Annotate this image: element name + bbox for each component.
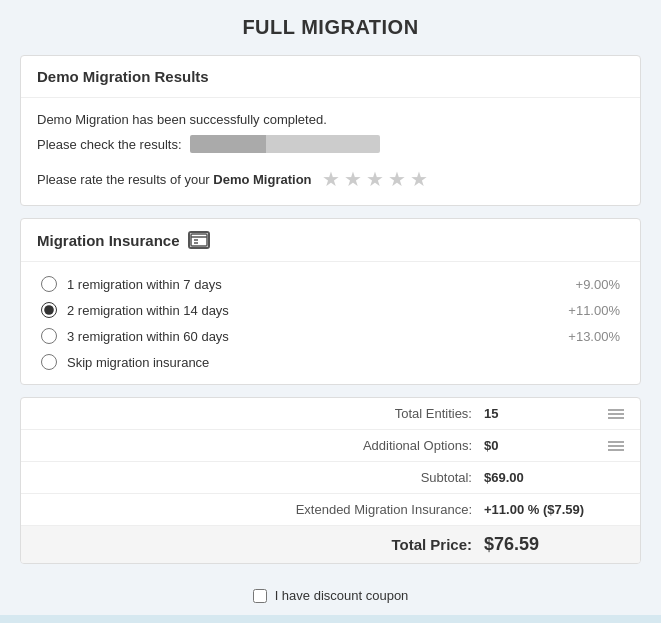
insurance-option-1-label: 1 remigration within 7 days xyxy=(67,277,566,292)
demo-results-body: Demo Migration has been successfully com… xyxy=(21,98,640,205)
insurance-value: +11.00 % ($7.59) xyxy=(484,502,604,517)
migration-insurance-card: Migration Insurance 1 remigration within… xyxy=(20,218,641,385)
entities-icon xyxy=(604,409,624,419)
demo-results-card: Demo Migration Results Demo Migration ha… xyxy=(20,55,641,206)
insurance-option-4-label: Skip migration insurance xyxy=(67,355,620,370)
coupon-row: I have discount coupon xyxy=(20,576,641,615)
insurance-option-3[interactable]: 3 remigration within 60 days +13.00% xyxy=(41,328,620,344)
insurance-option-2-price: +11.00% xyxy=(568,303,620,318)
pricing-row-entities: Total Entities: 15 xyxy=(21,398,640,430)
pricing-row-subtotal: Subtotal: $69.00 xyxy=(21,462,640,494)
svg-rect-0 xyxy=(191,234,207,246)
insurance-option-3-price: +13.00% xyxy=(568,329,620,344)
insurance-option-1[interactable]: 1 remigration within 7 days +9.00% xyxy=(41,276,620,292)
page-title: FULL MIGRATION xyxy=(20,16,641,39)
insurance-radio-3[interactable] xyxy=(41,328,57,344)
insurance-option-2-label: 2 remigration within 14 days xyxy=(67,303,558,318)
pricing-row-insurance: Extended Migration Insurance: +11.00 % (… xyxy=(21,494,640,526)
subtotal-label: Subtotal: xyxy=(37,470,484,485)
star-4[interactable]: ★ xyxy=(388,167,406,191)
demo-success-message: Demo Migration has been successfully com… xyxy=(37,112,624,127)
insurance-option-2[interactable]: 2 remigration within 14 days +11.00% xyxy=(41,302,620,318)
migration-insurance-header: Migration Insurance xyxy=(21,219,640,262)
entities-value: 15 xyxy=(484,406,604,421)
insurance-options: 1 remigration within 7 days +9.00% 2 rem… xyxy=(21,262,640,384)
migration-insurance-title: Migration Insurance xyxy=(37,232,180,249)
demo-results-header: Demo Migration Results xyxy=(21,56,640,98)
star-5[interactable]: ★ xyxy=(410,167,428,191)
check-results-row: Please check the results: xyxy=(37,135,624,153)
options-icon xyxy=(604,441,624,451)
pricing-table: Total Entities: 15 Additional Options: $… xyxy=(20,397,641,564)
subtotal-value: $69.00 xyxy=(484,470,604,485)
entities-label: Total Entities: xyxy=(37,406,484,421)
coupon-label[interactable]: I have discount coupon xyxy=(275,588,409,603)
insurance-option-3-label: 3 remigration within 60 days xyxy=(67,329,558,344)
total-value: $76.59 xyxy=(484,534,604,555)
pricing-row-options: Additional Options: $0 xyxy=(21,430,640,462)
insurance-option-1-price: +9.00% xyxy=(576,277,620,292)
insurance-option-4[interactable]: Skip migration insurance xyxy=(41,354,620,370)
pricing-row-total: Total Price: $76.59 xyxy=(21,526,640,563)
options-label: Additional Options: xyxy=(37,438,484,453)
insurance-radio-4[interactable] xyxy=(41,354,57,370)
star-3[interactable]: ★ xyxy=(366,167,384,191)
footer-bar: NEXT STEP START FULL MIGRATION xyxy=(0,615,661,623)
star-1[interactable]: ★ xyxy=(322,167,340,191)
insurance-label: Extended Migration Insurance: xyxy=(37,502,484,517)
rate-row: Please rate the results of your Demo Mig… xyxy=(37,167,624,191)
check-results-label: Please check the results: xyxy=(37,137,182,152)
insurance-radio-2[interactable] xyxy=(41,302,57,318)
total-label: Total Price: xyxy=(37,536,484,553)
options-value: $0 xyxy=(484,438,604,453)
page-container: FULL MIGRATION Demo Migration Results De… xyxy=(0,0,661,615)
demo-results-title: Demo Migration Results xyxy=(37,68,209,85)
star-2[interactable]: ★ xyxy=(344,167,362,191)
star-rating[interactable]: ★ ★ ★ ★ ★ xyxy=(322,167,428,191)
insurance-icon xyxy=(188,231,210,249)
rate-text: Please rate the results of your Demo Mig… xyxy=(37,172,312,187)
coupon-checkbox[interactable] xyxy=(253,589,267,603)
results-bar xyxy=(190,135,380,153)
insurance-radio-1[interactable] xyxy=(41,276,57,292)
